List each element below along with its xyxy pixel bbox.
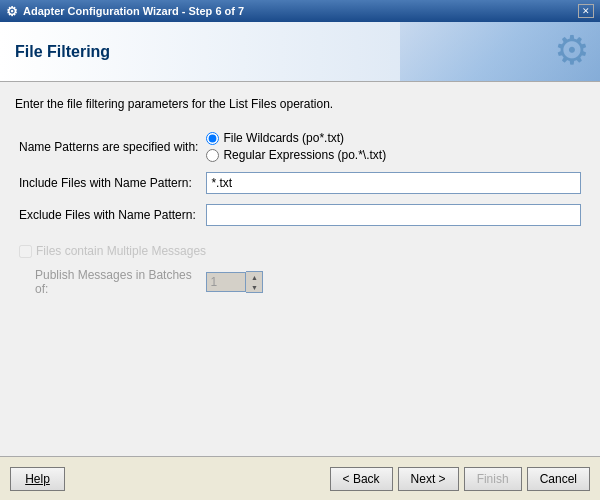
help-button-label: Help <box>25 472 50 486</box>
radio-wildcards-item[interactable]: File Wildcards (po*.txt) <box>206 131 581 145</box>
radio-regex-item[interactable]: Regular Expressions (po.*\.txt) <box>206 148 581 162</box>
spinner-up-button: ▲ <box>246 272 262 282</box>
instruction-text: Enter the file filtering parameters for … <box>15 97 585 111</box>
close-button[interactable]: ✕ <box>578 4 594 18</box>
radio-regex-label: Regular Expressions (po.*\.txt) <box>223 148 386 162</box>
wizard-body: Enter the file filtering parameters for … <box>0 82 600 456</box>
title-bar-text: ⚙ Adapter Configuration Wizard - Step 6 … <box>6 4 244 19</box>
name-pattern-label: Name Patterns are specified with: <box>15 126 202 167</box>
spacer-row <box>15 231 585 239</box>
multiple-messages-cell: Files contain Multiple Messages <box>15 239 585 263</box>
help-button[interactable]: Help <box>10 467 65 491</box>
spinner-down-button: ▼ <box>246 282 262 292</box>
radio-wildcards[interactable] <box>206 132 219 145</box>
batch-value-cell: ▲ ▼ <box>202 263 585 301</box>
title-bar: ⚙ Adapter Configuration Wizard - Step 6 … <box>0 0 600 22</box>
wizard-header: File Filtering ⚙ <box>0 22 600 82</box>
radio-group: File Wildcards (po*.txt) Regular Express… <box>206 131 581 162</box>
include-pattern-label: Include Files with Name Pattern: <box>15 167 202 199</box>
batch-input <box>206 272 246 292</box>
batch-label: Publish Messages in Batches of: <box>35 268 192 296</box>
batch-label-cell: Publish Messages in Batches of: <box>15 263 202 301</box>
footer-right: < Back Next > Finish Cancel <box>330 467 590 491</box>
name-pattern-row: Name Patterns are specified with: File W… <box>15 126 585 167</box>
multiple-messages-checkbox <box>19 245 32 258</box>
multiple-messages-item[interactable]: Files contain Multiple Messages <box>19 244 581 258</box>
wizard-footer: Help < Back Next > Finish Cancel <box>0 456 600 500</box>
back-button[interactable]: < Back <box>330 467 393 491</box>
exclude-pattern-label: Exclude Files with Name Pattern: <box>15 199 202 231</box>
form-table: Name Patterns are specified with: File W… <box>15 126 585 301</box>
gear-decoration-icon: ⚙ <box>554 27 590 73</box>
wizard-header-title: File Filtering <box>15 43 110 61</box>
spinner-buttons: ▲ ▼ <box>246 271 263 293</box>
exclude-pattern-input-cell <box>202 199 585 231</box>
gear-title-icon: ⚙ <box>6 4 18 19</box>
exclude-pattern-input[interactable] <box>206 204 581 226</box>
cancel-button[interactable]: Cancel <box>527 467 590 491</box>
batch-row: Publish Messages in Batches of: ▲ ▼ <box>15 263 585 301</box>
batch-spinner: ▲ ▼ <box>206 271 581 293</box>
include-pattern-input-cell <box>202 167 585 199</box>
radio-wildcards-label: File Wildcards (po*.txt) <box>223 131 344 145</box>
include-pattern-input[interactable] <box>206 172 581 194</box>
finish-button: Finish <box>464 467 522 491</box>
title-bar-label: Adapter Configuration Wizard - Step 6 of… <box>23 5 244 17</box>
title-bar-controls: ✕ <box>578 4 594 18</box>
multiple-messages-label: Files contain Multiple Messages <box>36 244 206 258</box>
radio-group-cell: File Wildcards (po*.txt) Regular Express… <box>202 126 585 167</box>
radio-regex[interactable] <box>206 149 219 162</box>
footer-left: Help <box>10 467 65 491</box>
exclude-pattern-row: Exclude Files with Name Pattern: <box>15 199 585 231</box>
multiple-messages-row: Files contain Multiple Messages <box>15 239 585 263</box>
next-button[interactable]: Next > <box>398 467 459 491</box>
include-pattern-row: Include Files with Name Pattern: <box>15 167 585 199</box>
